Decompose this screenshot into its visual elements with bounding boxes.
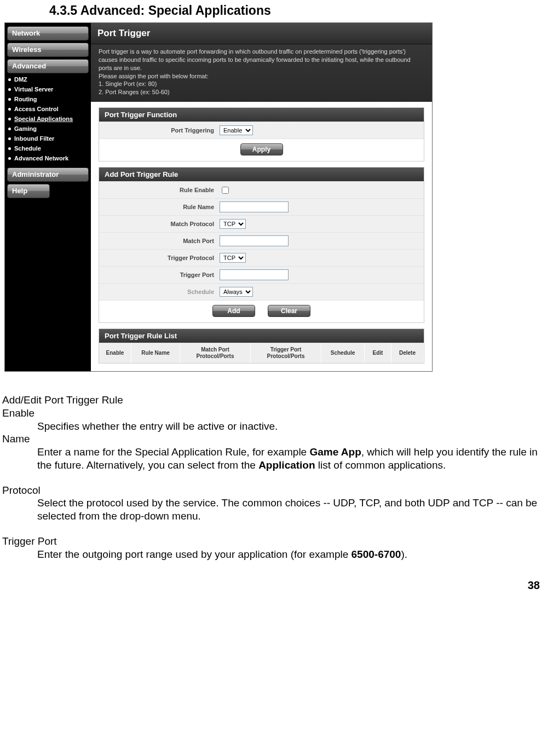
match-port-input[interactable] xyxy=(220,235,289,246)
col-schedule: Schedule xyxy=(321,343,365,363)
col-match-port: Match Port Protocol/Ports xyxy=(180,343,251,363)
bullet-icon xyxy=(8,108,11,111)
nav-advanced[interactable]: Advanced xyxy=(7,59,89,73)
rule-enable-label: Rule Enable xyxy=(99,187,220,193)
doc-term-enable: Enable xyxy=(2,407,542,420)
schedule-label: Schedule xyxy=(99,288,220,295)
rule-name-label: Rule Name xyxy=(99,204,220,210)
nav-help[interactable]: Help xyxy=(7,184,50,198)
match-protocol-select[interactable]: TCP xyxy=(220,219,246,229)
clear-button[interactable]: Clear xyxy=(268,305,310,317)
page-number: 38 xyxy=(2,579,542,592)
nav-gaming[interactable]: Gaming xyxy=(7,124,89,134)
page-title: Port Trigger xyxy=(91,23,432,44)
section-header: Port Trigger Rule List xyxy=(99,329,424,343)
add-port-trigger-rule-section: Add Port Trigger Rule Rule Enable Rule N… xyxy=(99,167,424,323)
doc-def-protocol: Select the protocol used by the service.… xyxy=(37,497,542,523)
doc-heading: Add/Edit Port Trigger Rule xyxy=(2,394,542,407)
bullet-icon xyxy=(8,118,11,120)
bullet-icon xyxy=(8,98,11,101)
intro-text: Port trigger is a way to automate port f… xyxy=(91,44,432,102)
bullet-icon xyxy=(8,137,11,140)
sidebar: Network Wireless Advanced DMZ Virtual Se… xyxy=(5,23,91,371)
match-protocol-label: Match Protocol xyxy=(99,221,220,227)
port-trigger-rule-list-section: Port Trigger Rule List Enable Rule Name … xyxy=(99,328,424,363)
nav-administrator[interactable]: Administrator xyxy=(7,168,89,182)
col-rule-name: Rule Name xyxy=(131,343,180,363)
col-delete: Delete xyxy=(391,343,424,363)
trigger-port-label: Trigger Port xyxy=(99,272,220,278)
rule-name-input[interactable] xyxy=(220,201,289,212)
apply-button[interactable]: Apply xyxy=(240,143,283,155)
col-edit: Edit xyxy=(365,343,391,363)
rule-enable-checkbox[interactable] xyxy=(222,187,229,194)
port-trigger-function-section: Port Trigger Function Port Triggering En… xyxy=(99,107,424,161)
section-header: Port Trigger Function xyxy=(99,108,424,122)
doc-def-enable: Specifies whether the entry will be acti… xyxy=(37,420,542,433)
nav-network[interactable]: Network xyxy=(7,26,89,41)
doc-def-name: Enter a name for the Special Application… xyxy=(37,446,542,472)
content-area: Port Trigger Port trigger is a way to au… xyxy=(91,23,432,371)
add-button[interactable]: Add xyxy=(212,305,255,317)
section-header: Add Port Trigger Rule xyxy=(99,168,424,181)
port-triggering-label: Port Triggering xyxy=(99,127,220,134)
trigger-protocol-select[interactable]: TCP xyxy=(220,253,246,263)
list-header-row: Enable Rule Name Match Port Protocol/Por… xyxy=(99,343,424,363)
nav-access-control[interactable]: Access Control xyxy=(7,104,89,114)
nav-advanced-network[interactable]: Advanced Network xyxy=(7,153,89,163)
nav-dmz[interactable]: DMZ xyxy=(7,74,89,84)
nav-virtual-server[interactable]: Virtual Server xyxy=(7,84,89,94)
bullet-icon xyxy=(8,147,11,150)
nav-special-applications[interactable]: Special Applications xyxy=(7,114,89,124)
bullet-icon xyxy=(8,78,11,81)
nav-schedule[interactable]: Schedule xyxy=(7,143,89,153)
documentation-text: Add/Edit Port Trigger Rule Enable Specif… xyxy=(2,394,542,561)
nav-routing[interactable]: Routing xyxy=(7,94,89,104)
match-port-label: Match Port xyxy=(99,238,220,244)
doc-term-trigger-port: Trigger Port xyxy=(2,535,542,548)
trigger-port-input[interactable] xyxy=(220,269,289,280)
bullet-icon xyxy=(8,88,11,91)
doc-def-trigger-port: Enter the outgoing port range used by yo… xyxy=(37,548,542,561)
advanced-submenu: DMZ Virtual Server Routing Access Contro… xyxy=(7,74,89,163)
schedule-select[interactable]: Always xyxy=(220,287,253,297)
bullet-icon xyxy=(8,157,11,160)
doc-term-name: Name xyxy=(2,432,542,446)
nav-wireless[interactable]: Wireless xyxy=(7,43,89,57)
doc-term-protocol: Protocol xyxy=(2,484,542,497)
router-admin-screenshot: Network Wireless Advanced DMZ Virtual Se… xyxy=(4,22,433,372)
col-trigger-port: Trigger Port Protocol/Ports xyxy=(251,343,321,363)
port-triggering-select[interactable]: Enable xyxy=(220,125,253,135)
col-enable: Enable xyxy=(99,343,131,363)
section-heading: 4.3.5 Advanced: Special Applications xyxy=(49,3,542,18)
nav-inbound-filter[interactable]: Inbound Filter xyxy=(7,134,89,143)
trigger-protocol-label: Trigger Protocol xyxy=(99,255,220,261)
bullet-icon xyxy=(8,128,11,130)
